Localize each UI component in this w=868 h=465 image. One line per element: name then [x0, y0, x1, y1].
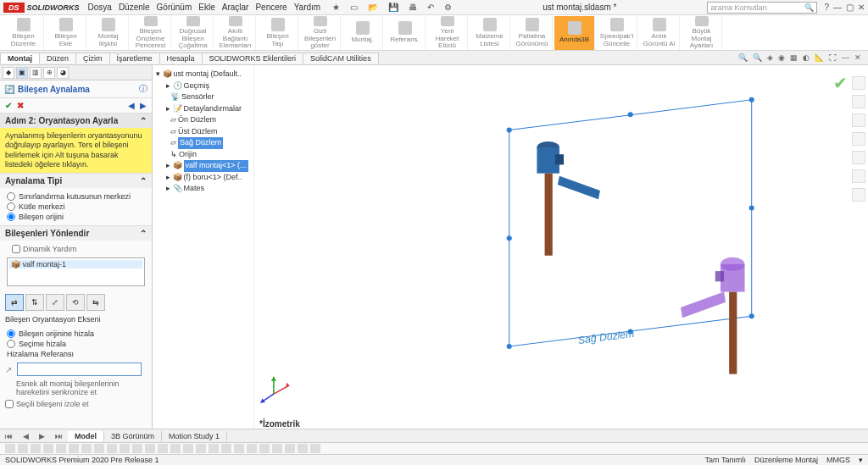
ribbon-button[interactable]: Speedpak'iGüncelle [597, 16, 637, 50]
ribbon-button[interactable]: Bileşen Taşı [258, 16, 298, 50]
tool-icon[interactable] [298, 444, 308, 453]
orient-btn-3[interactable]: ⤢ [46, 294, 64, 311]
graphics-viewport[interactable]: Sağ Düzlem *İzometrik [254, 65, 868, 429]
tool-icon[interactable] [69, 444, 79, 453]
orient-btn-4[interactable]: ⟲ [66, 294, 85, 311]
ribbon-button[interactable]: Doğrusal Bileşen Çoğaltma [173, 16, 214, 50]
tab-3d-view[interactable]: 3B Görünüm [104, 431, 162, 441]
tab-hesapla[interactable]: Hesapla [159, 53, 203, 64]
view-tool-icon[interactable]: ▦ [790, 53, 798, 62]
pm-tab-feature[interactable]: ◆ [3, 67, 14, 79]
tab-solidcam[interactable]: SolidCAM Utilities [303, 53, 379, 64]
tree-sensors[interactable]: 📡 Sensörler [166, 91, 250, 103]
tool-icon[interactable] [132, 444, 142, 453]
pm-step-header[interactable]: Adım 2: Oryantasyon Ayarla⌃ [0, 113, 152, 128]
section-orient[interactable]: Bileşenleri Yönlendir⌃ [0, 225, 152, 241]
tab-model[interactable]: Model [68, 431, 104, 441]
taskpane-appearance-icon[interactable] [852, 151, 865, 164]
tool-icon[interactable] [247, 444, 257, 453]
tool-icon[interactable] [43, 444, 53, 453]
list-item[interactable]: 📦 valf montaj-1 [9, 260, 142, 268]
cancel-button[interactable]: ✖ [17, 101, 24, 110]
tool-icon[interactable] [31, 444, 41, 453]
tool-icon[interactable] [272, 444, 282, 453]
taskpane-custom-icon[interactable] [852, 169, 865, 183]
view-tool-icon[interactable]: ◐ [803, 53, 810, 62]
orient-btn-5[interactable]: ⇆ [86, 294, 105, 311]
tool-icon[interactable] [81, 444, 92, 453]
ribbon-button[interactable]: Büyük MontajAyarları [682, 16, 722, 50]
pm-tab-config[interactable]: ▥ [30, 67, 42, 79]
view-tool-icon[interactable]: 🔍 [753, 53, 762, 62]
minimize-pane-icon[interactable]: — [842, 53, 849, 62]
tool-icon[interactable] [5, 444, 15, 453]
ribbon-button[interactable]: Anında3B [554, 16, 595, 50]
tool-icon[interactable] [183, 444, 193, 453]
tree-front-plane[interactable]: ▱ Ön Düzlem [166, 114, 250, 126]
ribbon-button[interactable]: Gizli Bileşenlerigöster [300, 16, 341, 50]
save-icon[interactable]: 💾 [388, 3, 398, 12]
section-mirror-type[interactable]: Aynalama Tipi⌃ [0, 173, 152, 188]
tool-icon[interactable] [310, 444, 320, 453]
tree-origin[interactable]: ↳ Orijin [166, 149, 250, 161]
ribbon-button[interactable]: Patlatma Görünümü [512, 16, 553, 50]
status-units[interactable]: MMGS [826, 456, 850, 464]
status-extra-icon[interactable]: ▾ [859, 456, 863, 464]
tree-boru[interactable]: ▸ 📦 (f) boru<1> (Def.. [166, 172, 250, 184]
tree-mates[interactable]: ▸ 📎 Mates [166, 183, 250, 195]
new-icon[interactable]: ▭ [350, 3, 358, 12]
view-tool-icon[interactable]: 🔍 [738, 53, 748, 62]
pm-tab-property[interactable]: ▣ [16, 67, 28, 79]
tree-annotations[interactable]: ▸ 📝 Detaylandırmalar [166, 103, 250, 115]
radio-bbox-center[interactable]: Sınırlandırma kutusunun merkezi [7, 192, 145, 201]
star-icon[interactable]: ★ [332, 3, 340, 12]
taskpane-resources-icon[interactable] [852, 95, 865, 108]
tree-right-plane[interactable]: ▱ Sağ Düzlem [166, 137, 250, 149]
component-list[interactable]: 📦 valf montaj-1 [7, 257, 145, 286]
tool-icon[interactable] [145, 444, 155, 453]
ribbon-button[interactable]: Bileşen Ekle [46, 16, 86, 50]
menu-window[interactable]: Pencere [255, 3, 287, 12]
undo-icon[interactable]: ↶ [427, 3, 434, 12]
close-icon[interactable]: ✕ [858, 3, 865, 12]
ribbon-button[interactable]: Yeni HareketEtüdü [427, 16, 468, 50]
tree-root[interactable]: ▾ 📦 ust montaj (Default.. [156, 69, 250, 80]
help-icon[interactable]: ⓘ [139, 83, 147, 95]
tool-icon[interactable] [107, 444, 117, 453]
menu-help[interactable]: Yardım [294, 3, 321, 12]
ribbon-button[interactable]: AnlıkGörüntü Al [639, 16, 680, 50]
view-tool-icon[interactable]: ◈ [767, 53, 773, 62]
tree-top-plane[interactable]: ▱ Üst Düzlem [166, 126, 250, 138]
tab-montaj[interactable]: Montaj [0, 53, 40, 64]
tab-duzen[interactable]: Düzen [39, 53, 76, 64]
tree-valf[interactable]: ▸ 📦 valf montaj<1> (... [166, 160, 250, 172]
taskpane-design-icon[interactable] [852, 113, 865, 127]
search-input[interactable]: arama Komutları🔍 [707, 2, 817, 14]
minimize-icon[interactable]: — [833, 3, 842, 12]
confirm-check-icon[interactable]: ✔ [833, 73, 848, 93]
forward-arrow-icon[interactable]: ▶ [140, 101, 147, 110]
nav-first-icon[interactable]: ⏮ [5, 432, 13, 440]
ribbon-button[interactable]: BileşenDüzenle [3, 16, 44, 50]
pm-tab-display[interactable]: ⊕ [43, 67, 55, 79]
tool-icon[interactable] [158, 444, 168, 453]
print-icon[interactable]: 🖶 [409, 3, 417, 12]
dynamic-help-check[interactable]: Dinamik Yardım [7, 243, 145, 255]
menu-insert[interactable]: Ekle [198, 3, 214, 12]
radio-mass-center[interactable]: Kütle merkezi [7, 202, 145, 211]
ribbon-button[interactable]: Montajİlişkisi [88, 16, 129, 50]
tool-icon[interactable] [234, 444, 244, 453]
nav-next-icon[interactable]: ▶ [39, 432, 45, 440]
taskpane-view-icon[interactable] [852, 132, 865, 146]
settings-icon[interactable]: ⚙ [444, 3, 452, 12]
ribbon-button[interactable]: Akıllı BağlantıElemanları [215, 16, 256, 50]
orient-btn-1[interactable]: ⇄ [5, 294, 24, 311]
radio-align-selection[interactable]: Seçime hizala [7, 340, 145, 348]
radio-align-origin[interactable]: Bileşen orijinine hizala [7, 329, 145, 338]
reference-field[interactable] [17, 363, 142, 376]
tool-icon[interactable] [56, 444, 66, 453]
ok-button[interactable]: ✔ [5, 101, 12, 110]
tab-cizim[interactable]: Çizim [75, 53, 110, 64]
menu-edit[interactable]: Düzenle [119, 3, 150, 12]
tool-icon[interactable] [18, 444, 28, 453]
